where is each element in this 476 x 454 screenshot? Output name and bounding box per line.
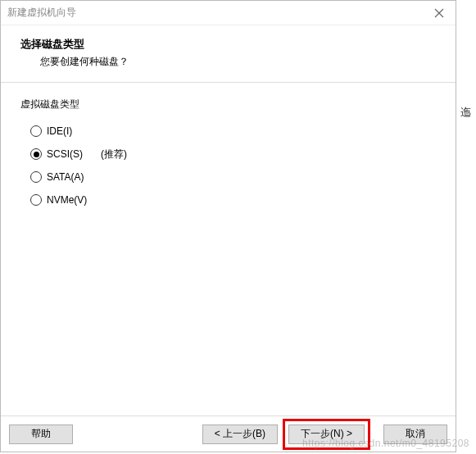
group-label: 虚拟磁盘类型: [20, 98, 436, 111]
radio-option-ide[interactable]: IDE(I): [30, 120, 436, 143]
radio-option-sata[interactable]: SATA(A): [30, 166, 436, 188]
back-button[interactable]: < 上一步(B): [202, 424, 278, 444]
radio-hint: (推荐): [101, 148, 127, 161]
radio-label: IDE(I): [47, 125, 72, 137]
dialog-title: 新建虚拟机向导: [7, 6, 429, 20]
titlebar: 新建虚拟机向导: [1, 1, 456, 25]
watermark: https://blog.csdn.net/m0_48195208: [302, 438, 469, 449]
radio-label: NVMe(V): [47, 194, 87, 206]
radio-group-disk-type: IDE(I) SCSI(S) (推荐) SATA(A) NVMe(V): [30, 120, 436, 211]
radio-label: SATA(A): [47, 171, 84, 183]
radio-icon: [30, 194, 42, 206]
radio-option-scsi[interactable]: SCSI(S) (推荐): [30, 143, 436, 166]
radio-label: SCSI(S): [47, 148, 83, 160]
content-section: 虚拟磁盘类型 IDE(I) SCSI(S) (推荐) SATA(A) NVMe(…: [1, 83, 456, 226]
radio-icon: [30, 148, 42, 160]
radio-icon: [30, 125, 42, 137]
help-button[interactable]: 帮助: [9, 424, 73, 444]
side-text: 迤: [460, 105, 471, 120]
header-section: 选择磁盘类型 您要创建何种磁盘？: [1, 25, 456, 83]
page-subtitle: 您要创建何种磁盘？: [40, 55, 436, 69]
radio-icon: [30, 171, 42, 183]
wizard-dialog: 新建虚拟机向导 选择磁盘类型 您要创建何种磁盘？ 虚拟磁盘类型 IDE(I) S…: [0, 0, 456, 452]
close-icon[interactable]: [429, 3, 449, 23]
page-title: 选择磁盘类型: [20, 37, 436, 52]
radio-option-nvme[interactable]: NVMe(V): [30, 188, 436, 211]
